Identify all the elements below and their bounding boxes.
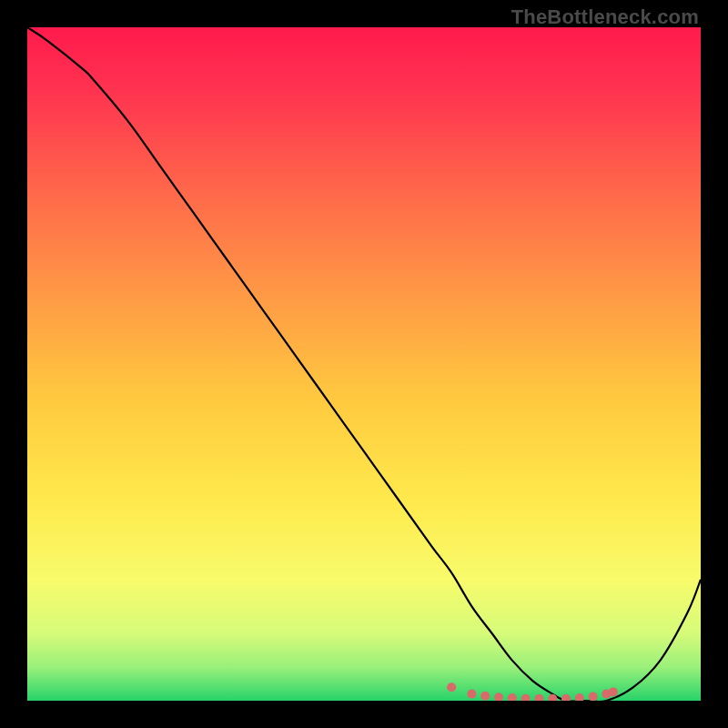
optimal-marker	[447, 682, 456, 692]
optimal-marker	[467, 690, 476, 699]
watermark-text: TheBottleneck.com	[511, 5, 699, 29]
optimal-marker	[508, 693, 517, 701]
optimal-marker	[521, 694, 531, 701]
optimal-marker	[561, 694, 571, 701]
bottleneck-curve	[27, 27, 701, 701]
optimal-marker	[575, 693, 584, 701]
optimal-marker	[480, 692, 490, 701]
optimal-marker	[589, 693, 598, 701]
optimal-markers-group	[447, 682, 618, 701]
optimal-marker	[494, 693, 503, 701]
optimal-marker	[609, 687, 618, 696]
optimal-marker	[534, 694, 543, 701]
chart-overlay	[27, 27, 701, 701]
